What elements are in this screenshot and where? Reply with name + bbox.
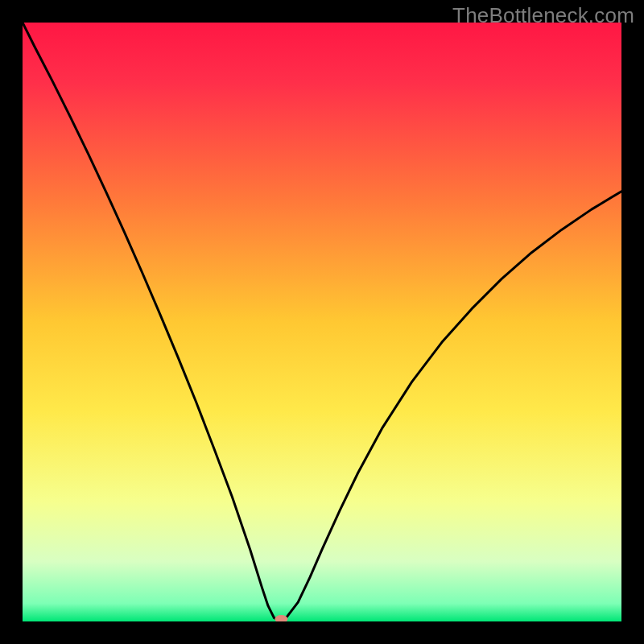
- chart-frame: TheBottleneck.com: [0, 0, 644, 644]
- chart-canvas: [23, 23, 621, 621]
- plot-area: [23, 23, 621, 621]
- gradient-background: [23, 23, 621, 621]
